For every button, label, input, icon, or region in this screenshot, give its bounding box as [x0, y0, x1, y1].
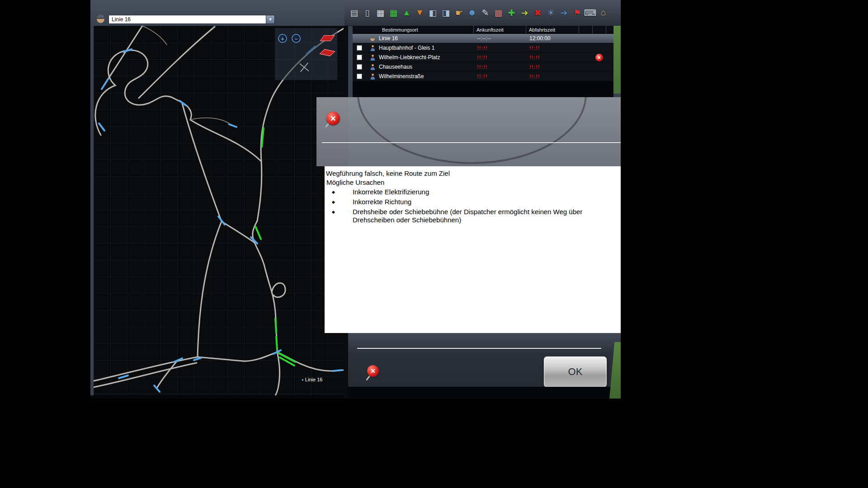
table-row-line[interactable]: Linie 16 --:--:-- 12:00:00 — [353, 34, 613, 43]
dialog-divider — [322, 142, 621, 143]
bullet-diamond-icon: ◆ — [325, 188, 353, 196]
route-map[interactable]: + − ● Linie 16 — [94, 26, 344, 395]
footer-divider — [357, 348, 601, 349]
col-abfahrtszeit: Abfahrtszeit — [526, 26, 579, 33]
row-arrival: !!:!! — [473, 45, 526, 51]
add-route-icon[interactable]: ✚ — [505, 5, 518, 21]
route-settings-icon[interactable]: ✳ — [545, 5, 557, 21]
merge-view-icon[interactable]: ◨ — [440, 5, 452, 21]
timetable-header: Bestimmungsort Ankunftszeit Abfahrtszeit — [353, 26, 613, 34]
grid-icon[interactable]: ▦ — [374, 5, 387, 21]
row-name: Wilhelm-Liebknecht-Platz — [379, 54, 473, 61]
passenger-icon — [370, 73, 375, 80]
ok-button[interactable]: OK — [543, 356, 607, 388]
line-select-value: Linie 16 — [109, 16, 266, 23]
dialog-footer: ✕ OK — [348, 333, 621, 387]
driver-avatar-icon — [369, 35, 376, 42]
row-checkbox[interactable] — [357, 45, 362, 51]
row-name: Linie 16 — [379, 35, 473, 42]
row-checkbox[interactable] — [357, 55, 362, 60]
row-checkbox[interactable] — [357, 74, 362, 79]
flag-icon[interactable]: ⚑ — [571, 5, 583, 21]
col-ankunftszeit: Ankunftszeit — [473, 26, 526, 33]
stop-markers — [99, 47, 341, 392]
grid-active-icon[interactable]: ▦ — [387, 5, 400, 21]
game-window: Linie 16 ▼ ▤▯▦▦▲▼◧◨☛☻✎▩✚➜✖✳➔⚑⌨⌂ — [90, 0, 621, 399]
terrain-sliver — [613, 26, 621, 94]
passenger-icon — [370, 45, 375, 52]
route-map-svg — [94, 26, 344, 395]
passenger-icon — [370, 54, 375, 61]
row-arrival: --:--:-- — [473, 35, 526, 42]
row-name: Hauptbahnhof - Gleis 1 — [379, 45, 473, 51]
map-line-label: ● Linie 16 — [302, 377, 322, 382]
bullet-diamond-icon: ◆ — [325, 198, 353, 206]
route-error-icon: ✕ — [595, 54, 603, 61]
table-row-stop[interactable]: Hauptbahnhof - Gleis 1 !!:!! !!:!! — [353, 43, 613, 53]
delete-route-icon[interactable]: ✖ — [532, 5, 544, 21]
edit-driver-icon[interactable]: ✎ — [479, 5, 491, 21]
row-departure: !!:!! — [526, 55, 579, 60]
row-arrival: !!:!! — [473, 64, 526, 70]
route-error-icon: ✕ — [326, 112, 340, 125]
table-row-stop[interactable]: Wilhelminenstraße !!:!! !!:!! — [353, 72, 613, 81]
cause-item: ◆ Inkorrekte Richtung — [325, 198, 621, 206]
row-arrival: !!:!! — [473, 55, 526, 60]
dialog-subtitle: Mögliche Ursachen — [325, 178, 621, 186]
insert-route-icon[interactable]: ➜ — [519, 5, 531, 21]
row-checkbox[interactable] — [357, 64, 362, 70]
passenger-icon — [370, 64, 375, 70]
row-departure: !!:!! — [526, 74, 579, 79]
red-switch-icon[interactable] — [320, 35, 335, 41]
bullet-diamond-icon: ◆ — [325, 208, 353, 224]
row-arrival: !!:!! — [473, 74, 526, 79]
chevron-down-icon[interactable]: ▼ — [266, 15, 274, 23]
delete-icon[interactable]: ▯ — [361, 5, 373, 21]
route-error-dialog: ✕ Wegführung falsch, keine Route zum Zie… — [316, 97, 621, 333]
route-error-icon: ✕ — [367, 365, 379, 377]
zoom-out-icon: − — [294, 35, 298, 42]
line-marker-icon: ● — [302, 378, 304, 382]
pointer-tool-icon[interactable]: ☛ — [453, 5, 465, 21]
zoom-in-button[interactable]: + — [278, 34, 287, 43]
exit-icon[interactable]: ➔ — [558, 5, 570, 21]
tile-manager-icon[interactable]: ▩ — [492, 5, 505, 21]
depot-icon[interactable]: ⌂ — [597, 5, 609, 21]
driver-avatar-icon — [95, 13, 106, 24]
below-map-strip — [90, 395, 344, 399]
row-name: Wilhelminenstraße — [379, 73, 473, 80]
move-up-icon[interactable]: ▲ — [401, 5, 413, 21]
timetable: Bestimmungsort Ankunftszeit Abfahrtszeit… — [353, 26, 613, 97]
line-select-dropdown[interactable]: Linie 16 ▼ — [108, 15, 275, 24]
dialog-body: Wegführung falsch, keine Route zum Ziel … — [325, 166, 621, 333]
table-row-stop[interactable]: Chauseehaus !!:!! !!:!! — [353, 62, 613, 72]
col-bestimmungsort: Bestimmungsort — [353, 26, 473, 33]
line-selector-bar: Linie 16 ▼ — [90, 0, 344, 26]
split-view-icon[interactable]: ◧ — [427, 5, 439, 21]
toolbar-icons: ▤▯▦▦▲▼◧◨☛☻✎▩✚➜✖✳➔⚑⌨⌂ — [348, 5, 609, 21]
row-name: Chauseehaus — [379, 64, 473, 70]
row-departure: 12:00:00 — [526, 35, 579, 42]
scene-arc — [357, 97, 587, 164]
row-departure: !!:!! — [526, 64, 579, 70]
cause-item: ◆ Drehsheibe oder Schiebebühne (der Disp… — [325, 208, 621, 224]
red-ramp-icon[interactable] — [319, 49, 335, 56]
save-icon[interactable]: ▤ — [348, 5, 360, 21]
dialog-header: ✕ — [316, 97, 621, 166]
zoom-out-button[interactable]: − — [292, 34, 301, 43]
driver-icon[interactable]: ☻ — [466, 5, 478, 21]
cause-item: ◆ Inkorrekte Elektrifizierung — [325, 188, 621, 196]
table-row-stop[interactable]: Wilhelm-Liebknecht-Platz !!:!! !!:!! ✕ — [353, 53, 613, 62]
main-toolbar: ▤▯▦▦▲▼◧◨☛☻✎▩✚➜✖✳➔⚑⌨⌂ — [344, 0, 621, 26]
row-departure: !!:!! — [526, 45, 579, 51]
dialog-title: Wegführung falsch, keine Route zum Ziel — [325, 169, 621, 177]
zoom-in-icon: + — [281, 35, 284, 42]
bottom-strip — [348, 387, 621, 399]
keyboard-icon[interactable]: ⌨ — [584, 5, 596, 21]
crossing-marker-icon — [298, 61, 310, 73]
move-down-icon[interactable]: ▼ — [414, 5, 426, 21]
